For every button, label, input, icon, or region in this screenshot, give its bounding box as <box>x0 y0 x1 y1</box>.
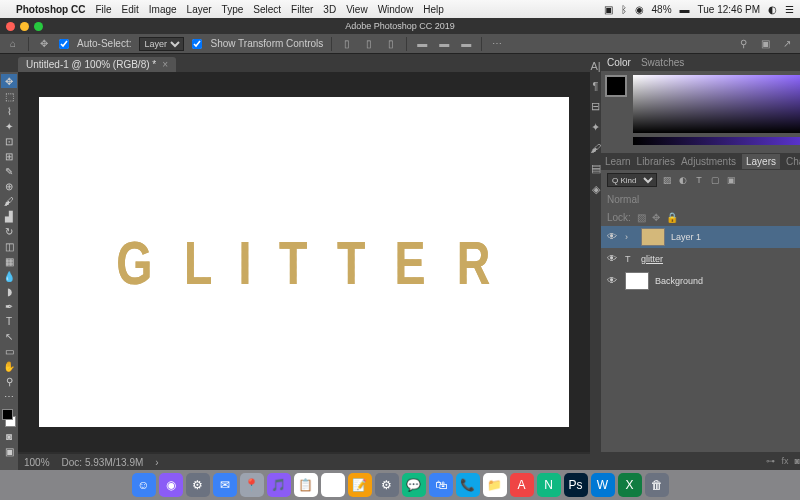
history-brush-tool[interactable]: ↻ <box>1 224 17 238</box>
move-tool-icon[interactable]: ✥ <box>37 37 51 51</box>
type-tool[interactable]: T <box>1 314 17 328</box>
blur-tool[interactable]: 💧 <box>1 269 17 283</box>
wifi-icon[interactable]: ◉ <box>635 4 644 15</box>
mask-icon[interactable]: ◙ <box>794 456 799 466</box>
heal-tool[interactable]: ⊕ <box>1 179 17 193</box>
dock-app[interactable]: 🛍 <box>429 473 453 497</box>
filter-smart-icon[interactable]: ▣ <box>725 174 737 186</box>
menu-filter[interactable]: Filter <box>291 4 313 15</box>
tab-adjustments[interactable]: Adjustments <box>681 156 736 167</box>
menu-3d[interactable]: 3D <box>323 4 336 15</box>
paragraph-panel-icon[interactable]: ¶ <box>593 80 599 92</box>
saturation-picker[interactable] <box>633 75 800 133</box>
dock-app[interactable]: 📍 <box>240 473 264 497</box>
close-icon[interactable] <box>6 22 15 31</box>
edit-toolbar[interactable]: ⋯ <box>1 389 17 403</box>
visibility-icon[interactable]: 👁 <box>607 253 619 265</box>
tab-libraries[interactable]: Libraries <box>637 156 675 167</box>
current-color[interactable] <box>605 75 627 97</box>
menu-file[interactable]: File <box>95 4 111 15</box>
document-canvas[interactable]: GLITTER <box>39 97 569 427</box>
dock-app[interactable]: 📞 <box>456 473 480 497</box>
align-vcenter-icon[interactable]: ▬ <box>437 37 451 51</box>
app-name[interactable]: Photoshop CC <box>16 4 85 15</box>
dock-app[interactable]: ⚙ <box>375 473 399 497</box>
lock-pos-icon[interactable]: ✥ <box>652 212 660 223</box>
properties-panel-icon[interactable]: ◈ <box>592 183 600 196</box>
visibility-icon[interactable]: 👁 <box>607 275 619 287</box>
filter-pixel-icon[interactable]: ▨ <box>661 174 673 186</box>
doc-size[interactable]: Doc: 5.93M/13.9M <box>62 457 144 468</box>
workspace-icon[interactable]: ▣ <box>758 37 772 51</box>
status-chevron-icon[interactable]: › <box>155 457 158 468</box>
dodge-tool[interactable]: ◗ <box>1 284 17 298</box>
glyphs-panel-icon[interactable]: ✦ <box>591 121 600 134</box>
crop-tool[interactable]: ⊡ <box>1 134 17 148</box>
tab-layers[interactable]: Layers <box>742 154 780 169</box>
brush-panel-icon[interactable]: ⊟ <box>591 100 600 113</box>
menu-select[interactable]: Select <box>253 4 281 15</box>
layer-kind-filter[interactable]: Q Kind <box>607 173 657 187</box>
layer-row[interactable]: 👁 T glitter <box>601 248 800 270</box>
history-panel-icon[interactable]: ▤ <box>591 162 601 175</box>
screenmode-tool[interactable]: ▣ <box>1 444 17 458</box>
align-top-icon[interactable]: ▬ <box>415 37 429 51</box>
dock-app[interactable]: X <box>618 473 642 497</box>
menu-image[interactable]: Image <box>149 4 177 15</box>
align-left-icon[interactable]: ▯ <box>340 37 354 51</box>
transform-checkbox[interactable] <box>192 39 202 49</box>
battery-icon[interactable]: ▬ <box>680 4 690 15</box>
autoselect-checkbox[interactable] <box>59 39 69 49</box>
zoom-level[interactable]: 100% <box>24 457 50 468</box>
hand-tool[interactable]: ✋ <box>1 359 17 373</box>
filter-adjust-icon[interactable]: ◐ <box>677 174 689 186</box>
document-tab[interactable]: Untitled-1 @ 100% (RGB/8) * × <box>18 57 176 72</box>
marquee-tool[interactable]: ⬚ <box>1 89 17 103</box>
menu-edit[interactable]: Edit <box>122 4 139 15</box>
shape-tool[interactable]: ▭ <box>1 344 17 358</box>
brushes-panel-icon[interactable]: 🖌 <box>590 142 601 154</box>
dock-app[interactable]: 🎵 <box>267 473 291 497</box>
foreground-color[interactable] <box>2 409 13 420</box>
dock-app[interactable]: Ps <box>564 473 588 497</box>
dock-app[interactable]: 🗑 <box>645 473 669 497</box>
search-icon[interactable]: ⚲ <box>736 37 750 51</box>
wand-tool[interactable]: ✦ <box>1 119 17 133</box>
color-swatches[interactable] <box>1 408 17 428</box>
dock-app[interactable]: ⚙ <box>186 473 210 497</box>
path-tool[interactable]: ↖ <box>1 329 17 343</box>
align-center-icon[interactable]: ▯ <box>362 37 376 51</box>
layer-name[interactable]: Layer 1 <box>671 232 701 242</box>
brightness-slider[interactable] <box>633 137 800 145</box>
layer-row[interactable]: 👁 › Layer 1 <box>601 226 800 248</box>
lock-all-icon[interactable]: ▨ <box>637 212 646 223</box>
dock-app[interactable]: N <box>537 473 561 497</box>
gradient-tool[interactable]: ▦ <box>1 254 17 268</box>
filter-type-icon[interactable]: T <box>693 174 705 186</box>
layer-name[interactable]: glitter <box>641 254 663 264</box>
dock-app[interactable]: ☺ <box>132 473 156 497</box>
dock-app[interactable]: ✉ <box>213 473 237 497</box>
home-icon[interactable]: ⌂ <box>6 37 20 51</box>
pen-tool[interactable]: ✒ <box>1 299 17 313</box>
dock-app[interactable]: 💬 <box>402 473 426 497</box>
zoom-tool[interactable]: ⚲ <box>1 374 17 388</box>
dock-app[interactable]: 📁 <box>483 473 507 497</box>
tab-learn[interactable]: Learn <box>605 156 631 167</box>
stamp-tool[interactable]: ▟ <box>1 209 17 223</box>
move-tool[interactable]: ✥ <box>1 74 17 88</box>
lasso-tool[interactable]: ⌇ <box>1 104 17 118</box>
quickmask-tool[interactable]: ◙ <box>1 429 17 443</box>
dock-app[interactable]: 21 <box>321 473 345 497</box>
maximize-icon[interactable] <box>34 22 43 31</box>
filter-shape-icon[interactable]: ▢ <box>709 174 721 186</box>
layer-thumb[interactable] <box>625 272 649 290</box>
dock-app[interactable]: ◉ <box>159 473 183 497</box>
align-bottom-icon[interactable]: ▬ <box>459 37 473 51</box>
align-right-icon[interactable]: ▯ <box>384 37 398 51</box>
layer-row[interactable]: 👁 Background 🔒 <box>601 270 800 292</box>
share-icon[interactable]: ↗ <box>780 37 794 51</box>
layer-name[interactable]: Background <box>655 276 703 286</box>
layer-thumb[interactable] <box>641 228 665 246</box>
lock-pix-icon[interactable]: 🔒 <box>666 212 678 223</box>
